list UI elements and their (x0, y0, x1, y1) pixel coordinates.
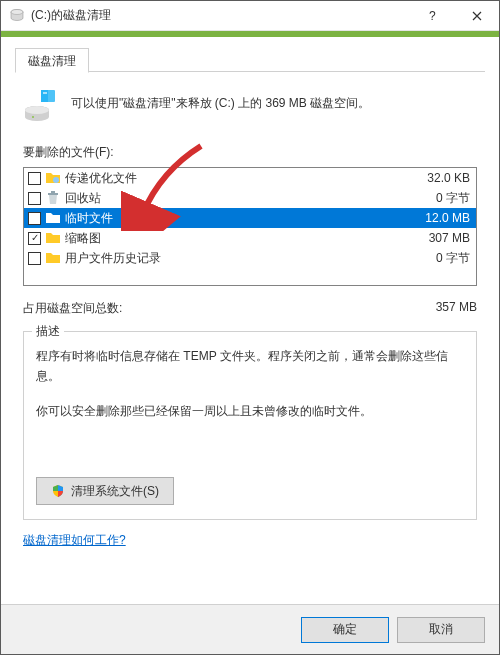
file-row[interactable]: 用户文件历史记录0 字节 (24, 248, 476, 268)
file-checkbox[interactable] (28, 212, 41, 225)
tab-strip: 磁盘清理 (15, 47, 485, 72)
tab-disk-cleanup[interactable]: 磁盘清理 (15, 48, 89, 73)
intro-text: 可以使用"磁盘清理"来释放 (C:) 上的 369 MB 磁盘空间。 (71, 88, 370, 112)
file-name: 回收站 (65, 190, 424, 207)
disk-cleanup-large-icon (23, 88, 59, 124)
file-name: 临时文件 (65, 210, 413, 227)
file-checkbox[interactable] (28, 172, 41, 185)
recycle-bin-icon (45, 190, 61, 206)
file-checkbox[interactable] (28, 192, 41, 205)
cancel-button[interactable]: 取消 (397, 617, 485, 643)
file-row[interactable]: 临时文件12.0 MB (24, 208, 476, 228)
file-row[interactable]: 回收站0 字节 (24, 188, 476, 208)
file-name: 传递优化文件 (65, 170, 415, 187)
svg-point-9 (53, 177, 59, 183)
help-link[interactable]: 磁盘清理如何工作? (23, 532, 126, 549)
svg-point-8 (32, 116, 34, 118)
svg-rect-5 (43, 92, 47, 94)
description-title: 描述 (32, 323, 64, 340)
svg-rect-4 (41, 90, 48, 102)
file-name: 缩略图 (65, 230, 417, 247)
window-title: (C:)的磁盘清理 (31, 7, 409, 24)
total-value: 357 MB (436, 300, 477, 317)
file-name: 用户文件历史记录 (65, 250, 424, 267)
clean-system-files-button[interactable]: 清理系统文件(S) (36, 477, 174, 505)
help-button[interactable]: ? (409, 1, 454, 30)
file-size: 307 MB (421, 231, 470, 245)
folder-icon (45, 210, 61, 226)
description-p1: 程序有时将临时信息存储在 TEMP 文件夹。程序关闭之前，通常会删除这些信息。 (36, 346, 464, 387)
clean-system-files-label: 清理系统文件(S) (71, 483, 159, 500)
folder-icon (45, 230, 61, 246)
file-size: 0 字节 (428, 250, 470, 267)
close-button[interactable] (454, 1, 499, 30)
files-label: 要删除的文件(F): (23, 144, 477, 161)
folder-icon (45, 170, 61, 186)
file-checkbox[interactable] (28, 232, 41, 245)
shield-icon (51, 484, 65, 498)
description-group: 描述 程序有时将临时信息存储在 TEMP 文件夹。程序关闭之前，通常会删除这些信… (23, 331, 477, 520)
disk-cleanup-icon (9, 8, 25, 24)
svg-rect-10 (48, 193, 58, 195)
file-list[interactable]: 传递优化文件32.0 KB回收站0 字节临时文件12.0 MB缩略图307 MB… (23, 167, 477, 286)
ok-button[interactable]: 确定 (301, 617, 389, 643)
file-size: 32.0 KB (419, 171, 470, 185)
file-row[interactable]: 缩略图307 MB (24, 228, 476, 248)
svg-point-7 (25, 106, 49, 114)
svg-point-1 (11, 9, 23, 14)
file-size: 12.0 MB (417, 211, 470, 225)
file-size: 0 字节 (428, 190, 470, 207)
description-p2: 你可以安全删除那些已经保留一周以上且未曾修改的临时文件。 (36, 401, 464, 421)
svg-text:?: ? (429, 10, 436, 22)
folder-icon (45, 250, 61, 266)
total-label: 占用磁盘空间总数: (23, 300, 436, 317)
file-checkbox[interactable] (28, 252, 41, 265)
svg-rect-11 (51, 191, 55, 193)
file-row[interactable]: 传递优化文件32.0 KB (24, 168, 476, 188)
